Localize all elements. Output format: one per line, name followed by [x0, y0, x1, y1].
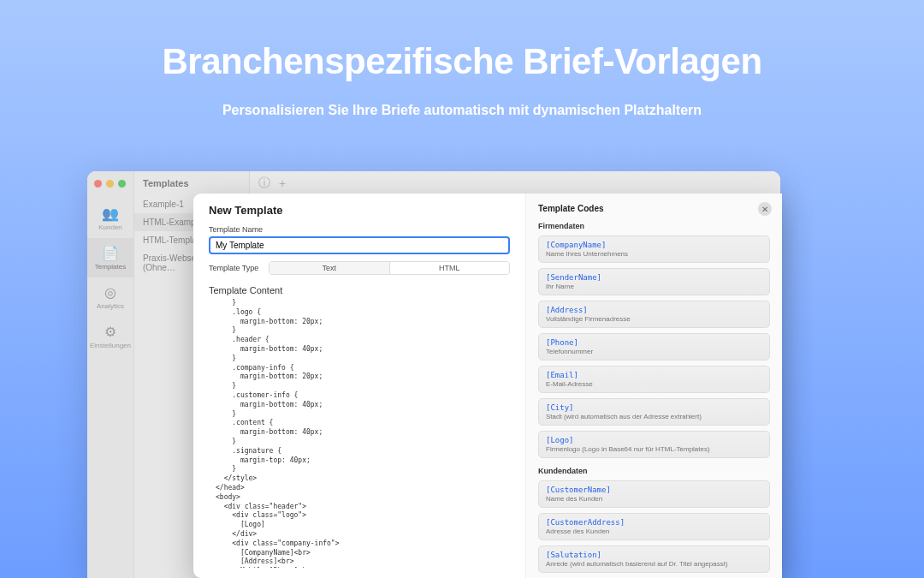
- seg-text[interactable]: Text: [270, 262, 389, 274]
- name-label: Template Name: [209, 225, 510, 234]
- close-window-icon[interactable]: [94, 180, 102, 188]
- minimize-window-icon[interactable]: [106, 180, 114, 188]
- code-desc: Ihr Name: [546, 283, 762, 290]
- section-firmendaten: Firmendaten: [538, 222, 770, 230]
- code-name: [Email]: [546, 371, 762, 379]
- code-card[interactable]: [CompanyName]Name Ihres Unternehmens: [538, 235, 770, 263]
- code-desc: Anrede (wird automatisch basierend auf D…: [546, 560, 762, 568]
- code-name: [CustomerAddress]: [546, 518, 762, 527]
- content-label: Template Content: [209, 285, 510, 295]
- codes-header: Template Codes: [538, 204, 770, 213]
- section-kundendaten: Kundendaten: [538, 467, 770, 475]
- nav-label: Templates: [95, 263, 126, 271]
- code-card[interactable]: [Logo]Firmenlogo (Logo in Base64 nur für…: [538, 431, 770, 458]
- nav-label: Kunden: [98, 223, 122, 231]
- template-codes-panel: Template Codes Firmendaten [CompanyName]…: [525, 194, 782, 578]
- template-code-editor[interactable]: } .logo { margin-bottom: 20px; } .header…: [209, 299, 510, 568]
- type-segmented[interactable]: Text HTML: [269, 261, 510, 275]
- code-name: [CustomerName]: [546, 486, 762, 494]
- traffic-lights: [94, 180, 126, 188]
- target-icon: ◎: [104, 284, 116, 301]
- new-template-modal: New Template Template Name Template Type…: [193, 194, 782, 578]
- code-card[interactable]: [Salutation]Anrede (wird automatisch bas…: [538, 545, 770, 573]
- code-name: [City]: [546, 403, 762, 412]
- code-name: [Address]: [546, 306, 762, 314]
- type-label: Template Type: [209, 264, 269, 272]
- sidebar-nav: 👥 Kunden 📄 Templates ◎ Analytics ⚙ Einst…: [87, 171, 134, 578]
- code-desc: Stadt (wird automatisch aus der Adresse …: [546, 413, 762, 420]
- code-card[interactable]: [CustomerAddress]Adresse des Kunden: [538, 513, 770, 540]
- document-icon: 📄: [102, 245, 119, 261]
- code-card[interactable]: [Phone]Telefonnummer: [538, 333, 770, 361]
- plus-icon[interactable]: +: [279, 176, 286, 190]
- toolbar: ⓘ +: [250, 171, 780, 195]
- info-icon[interactable]: ⓘ: [258, 176, 270, 191]
- code-card[interactable]: [CustomerName]Name des Kunden: [538, 480, 770, 508]
- nav-label: Analytics: [97, 302, 124, 310]
- code-desc: Vollständige Firmenadresse: [546, 315, 762, 323]
- nav-einstellungen[interactable]: ⚙ Einstellungen: [87, 317, 133, 356]
- template-name-input[interactable]: [209, 236, 510, 254]
- code-card[interactable]: [Email]E-Mail-Adresse: [538, 366, 770, 393]
- code-name: [SenderName]: [546, 273, 762, 282]
- code-name: [Phone]: [546, 338, 762, 347]
- hero-title: Branchenspezifische Brief-Vorlagen: [0, 41, 924, 82]
- modal-title: New Template: [209, 204, 510, 217]
- nav-analytics[interactable]: ◎ Analytics: [87, 277, 133, 317]
- seg-html[interactable]: HTML: [389, 262, 510, 274]
- modal-form: New Template Template Name Template Type…: [193, 194, 525, 578]
- code-name: [Logo]: [546, 436, 762, 444]
- nav-kunden[interactable]: 👥 Kunden: [87, 199, 133, 238]
- code-desc: Name des Kunden: [546, 495, 762, 503]
- nav-label: Einstellungen: [90, 342, 131, 349]
- people-icon: 👥: [102, 206, 119, 222]
- list-header: Templates: [134, 171, 249, 195]
- hero-subtitle: Personalisieren Sie Ihre Briefe automati…: [0, 103, 924, 118]
- code-desc: Adresse des Kunden: [546, 527, 762, 535]
- code-desc: Telefonnummer: [546, 348, 762, 355]
- code-card[interactable]: [SenderName]Ihr Name: [538, 268, 770, 295]
- code-card[interactable]: [City]Stadt (wird automatisch aus der Ad…: [538, 398, 770, 426]
- close-icon[interactable]: ✕: [758, 202, 772, 216]
- code-name: [Salutation]: [546, 551, 762, 559]
- code-desc: Name Ihres Unternehmens: [546, 250, 762, 258]
- nav-templates[interactable]: 📄 Templates: [87, 238, 133, 277]
- code-desc: Firmenlogo (Logo in Base64 nur für HTML-…: [546, 445, 762, 453]
- code-name: [CompanyName]: [546, 241, 762, 249]
- code-card[interactable]: [Address]Vollständige Firmenadresse: [538, 301, 770, 328]
- gear-icon: ⚙: [104, 324, 116, 340]
- code-desc: E-Mail-Adresse: [546, 380, 762, 388]
- maximize-window-icon[interactable]: [118, 180, 126, 188]
